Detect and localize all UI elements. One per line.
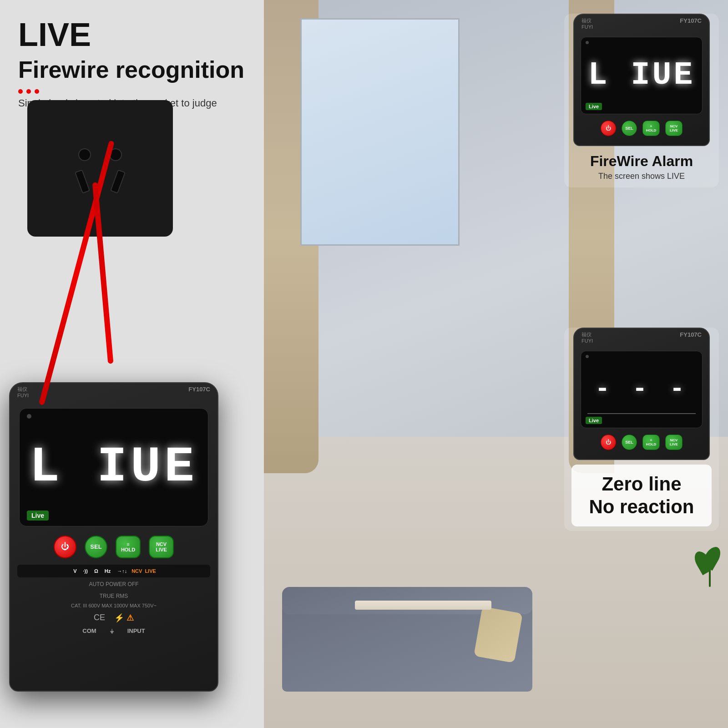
warning-symbol: ⚡ ⚠ bbox=[114, 613, 134, 623]
zeroline-card: 福仪 FUYI FY107C - - - Live SEL ≡ H bbox=[564, 328, 719, 531]
ncv-btn-bottom[interactable]: NCV LIVE bbox=[665, 435, 682, 450]
right-panel: FREUD 福仪 FUYI FY107C bbox=[264, 0, 728, 728]
multimeter-small-top: 福仪 FUYI FY107C L IUE Live SEL ≡ HOLD bbox=[573, 14, 710, 146]
mode-ncv: NCV bbox=[131, 568, 142, 574]
brand-row-top: 福仪 FUYI FY107C bbox=[574, 15, 709, 30]
mode-strip-main: V ·)) Ω Hz →↑↓ NCV LIVE bbox=[17, 565, 210, 577]
power-btn-bottom[interactable] bbox=[601, 435, 616, 450]
sofa-area bbox=[282, 601, 532, 692]
meter-ports: COM ⏚ INPUT bbox=[82, 627, 145, 634]
top-card-screen: L IUE Live bbox=[581, 37, 703, 114]
window-area bbox=[300, 18, 460, 246]
zeroline-caption-line2: No reaction bbox=[584, 495, 699, 518]
hold-icon-top: ≡ bbox=[650, 124, 652, 128]
live-bottom: LIVE bbox=[670, 442, 678, 446]
main-display-text: L IUE bbox=[30, 439, 198, 495]
bottom-card-buttons: SEL ≡ HOLD NCV LIVE bbox=[574, 432, 709, 453]
hold-label-bottom: HOLD bbox=[646, 442, 657, 446]
coffee-table bbox=[355, 601, 491, 610]
power-indicator-main bbox=[27, 414, 31, 419]
power-button-main[interactable] bbox=[54, 536, 76, 558]
live-label: LIVE bbox=[156, 547, 167, 552]
firewire-card: 福仪 FUYI FY107C L IUE Live SEL ≡ HOLD bbox=[564, 14, 719, 187]
power-btn-top[interactable] bbox=[601, 121, 616, 136]
left-panel: LIVE Firewire recognition Single leads i… bbox=[0, 0, 264, 728]
mode-hz: Hz bbox=[103, 567, 112, 575]
mode-ohm: Ω bbox=[92, 567, 100, 575]
mode-arrows: →↑↓ bbox=[115, 567, 129, 575]
live-top: LIVE bbox=[670, 128, 678, 132]
socket-hole-angle-right bbox=[110, 169, 126, 193]
brand-chinese-main: 福仪 FUYI bbox=[17, 386, 29, 399]
power-ind-top bbox=[586, 41, 589, 44]
bottom-card-screen: - - - Live bbox=[581, 351, 703, 428]
firewire-caption-line3: The screen shows LIVE bbox=[573, 172, 710, 181]
sofa-cushion bbox=[474, 607, 523, 663]
hold-label: HOLD bbox=[121, 547, 135, 552]
main-buttons-row: SEL ≡ HOLD NCV LIVE bbox=[10, 531, 217, 563]
multimeter-small-bottom: 福仪 FUYI FY107C - - - Live SEL ≡ H bbox=[573, 328, 710, 460]
top-card-display: L IUE bbox=[588, 57, 695, 93]
main-meter-screen: L IUE Live bbox=[19, 408, 208, 526]
ncv-bottom: NCV bbox=[670, 438, 678, 442]
ncv-label: NCV bbox=[156, 541, 167, 547]
socket-hole-left bbox=[78, 148, 91, 161]
brand-chinese-bottom: 福仪 FUYI bbox=[581, 331, 593, 344]
cat-text: CAT. III 600V MAX 1000V MAX 750V~ bbox=[71, 603, 157, 608]
hold-btn-bottom[interactable]: ≡ HOLD bbox=[642, 435, 660, 450]
ground-symbol: ⏚ bbox=[110, 627, 114, 634]
ce-logo: CE bbox=[94, 613, 105, 622]
mode-diode: ·)) bbox=[81, 567, 89, 575]
hold-icon-bottom: ≡ bbox=[650, 438, 652, 442]
socket-top-holes bbox=[78, 148, 122, 161]
ncv-btn-top[interactable]: NCV LIVE bbox=[665, 121, 682, 136]
red-dot-3 bbox=[35, 89, 39, 94]
sel-btn-bottom[interactable]: SEL bbox=[622, 435, 637, 450]
firewire-caption-line1: FireWire Alarm bbox=[573, 152, 710, 170]
live-badge-main: Live bbox=[27, 511, 49, 521]
top-card-buttons: SEL ≡ HOLD NCV LIVE bbox=[574, 118, 709, 139]
zeroline-caption-line1: Zero line bbox=[584, 473, 699, 495]
hold-btn-top[interactable]: ≡ HOLD bbox=[642, 121, 660, 136]
live-badge-bottom: Live bbox=[586, 417, 602, 424]
hold-button-main[interactable]: ≡ HOLD bbox=[116, 536, 141, 558]
mode-v: V bbox=[71, 567, 78, 575]
sel-btn-top[interactable]: SEL bbox=[622, 121, 637, 136]
red-dot-2 bbox=[26, 89, 31, 94]
mode-live: LIVE bbox=[145, 568, 156, 574]
sel-button-main[interactable]: SEL bbox=[85, 536, 107, 558]
input-port-label: INPUT bbox=[127, 627, 145, 634]
hold-icon: ≡ bbox=[126, 541, 129, 547]
meter-bottom-info: AUTO POWER OFF TRUE RMS CAT. III 600V MA… bbox=[19, 579, 208, 634]
brand-row-bottom: 福仪 FUYI FY107C bbox=[574, 329, 709, 344]
firewire-caption: FireWire Alarm The screen shows LIVE bbox=[564, 146, 719, 187]
live-badge-top: Live bbox=[586, 103, 602, 110]
true-rms-text: TRUE RMS bbox=[100, 593, 128, 599]
zeroline-caption: Zero line No reaction bbox=[571, 465, 712, 527]
bottom-card-display: - - - bbox=[595, 375, 688, 404]
left-header: LIVE Firewire recognition Single leads i… bbox=[0, 0, 264, 114]
plant-pot bbox=[696, 555, 723, 601]
multimeter-main: 福仪 FUYI FY107C L IUE Live SEL ≡ HOLD bbox=[9, 382, 218, 692]
red-dot-1 bbox=[18, 89, 23, 94]
brand-chinese-top: 福仪 FUYI bbox=[581, 17, 593, 30]
firewire-title: Firewire recognition bbox=[18, 56, 246, 84]
brand-model-top: FY107C bbox=[680, 17, 702, 30]
brand-model-main: FY107C bbox=[188, 386, 210, 399]
brand-model-bottom: FY107C bbox=[680, 331, 702, 344]
power-ind-bottom bbox=[586, 355, 589, 358]
main-container: LIVE Firewire recognition Single leads i… bbox=[0, 0, 728, 728]
com-port-label: COM bbox=[82, 627, 96, 634]
socket-hole-angle-left bbox=[75, 169, 90, 193]
hold-label-top: HOLD bbox=[646, 128, 657, 132]
live-title: LIVE bbox=[18, 18, 246, 51]
auto-power-off-text: AUTO POWER OFF bbox=[89, 581, 138, 587]
meter-bottom-line bbox=[587, 413, 696, 414]
ncv-live-button-main[interactable]: NCV LIVE bbox=[149, 536, 174, 558]
red-dots-decoration bbox=[18, 89, 246, 94]
ncv-top: NCV bbox=[670, 124, 678, 128]
